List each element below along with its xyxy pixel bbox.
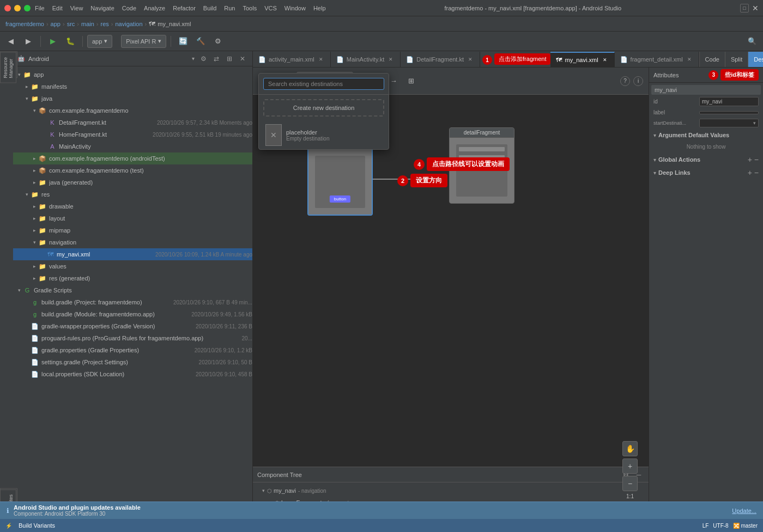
menu-navigate[interactable]: Navigate — [90, 5, 114, 11]
menu-bar[interactable]: File Edit View Navigate Code Analyze Ref… — [35, 5, 326, 11]
sidebar-sync-icon[interactable]: ⇄ — [211, 53, 222, 64]
project-tree[interactable]: ▾ 📁 app ▸ 📁 manifests ▾ 📁 java ▾ 📦 com.e… — [13, 66, 252, 532]
tree-item-androidtest[interactable]: ▸ 📦 com.example.fragamentdemo (androidTe… — [13, 152, 252, 164]
window-controls[interactable] — [4, 5, 31, 11]
section-global-add-btn[interactable]: + — [748, 155, 752, 164]
tab-mynavi[interactable]: 🗺 my_navi.xml ✕ — [550, 52, 614, 67]
section-deep-links[interactable]: ▾ Deep Links + − — [651, 166, 761, 179]
menu-view[interactable]: View — [70, 5, 83, 11]
tree-item-layout[interactable]: ▸ 📁 layout — [13, 212, 252, 224]
design-view-btn[interactable]: Design — [748, 52, 763, 67]
attr-label-value[interactable] — [699, 111, 759, 114]
tree-item-app[interactable]: ▾ 📁 app — [13, 69, 252, 81]
code-view-btn[interactable]: Code — [700, 52, 725, 67]
menu-window[interactable]: Window — [284, 5, 306, 11]
tree-item-proguard[interactable]: 📄 proguard-rules.pro (ProGuard Rules for… — [13, 332, 252, 344]
sidebar-gear-icon[interactable]: ⚙ — [198, 53, 209, 64]
close-button[interactable] — [4, 5, 11, 11]
tree-item-detailfragment[interactable]: K DetailFragment.kt 2020/10/26 9:57, 2.3… — [13, 117, 252, 129]
menu-help[interactable]: Help — [313, 5, 326, 11]
tree-item-mipmap[interactable]: ▸ 📁 mipmap — [13, 224, 252, 236]
tree-item-local-properties[interactable]: 📄 local.properties (SDK Location) 2020/1… — [13, 368, 252, 380]
menu-run[interactable]: Run — [224, 5, 235, 11]
update-link[interactable]: Update... — [732, 507, 756, 514]
resource-manager-tab[interactable]: Resource Manager — [0, 52, 16, 83]
tree-item-java-generated[interactable]: ▸ 📁 java (generated) — [13, 176, 252, 188]
create-destination-btn[interactable]: Create new destination — [263, 99, 384, 117]
section-deep-add-btn[interactable]: + — [748, 168, 752, 177]
build-btn[interactable]: 🔨 — [193, 34, 208, 49]
menu-vcs[interactable]: VCS — [264, 5, 277, 11]
tree-item-java[interactable]: ▾ 📁 java — [13, 93, 252, 105]
search-everywhere-btn[interactable]: 🔍 — [744, 34, 760, 49]
editor-tabs[interactable]: 📄 activity_main.xml ✕ 📄 MainActivity.kt … — [253, 51, 763, 68]
home-fragment-box[interactable]: homeFragment button — [307, 138, 373, 220]
tree-item-gradle-wrapper[interactable]: 📄 gradle-wrapper.properties (Gradle Vers… — [13, 320, 252, 332]
tree-item-homefragment[interactable]: K HomeFragment.kt 2020/10/26 9:55, 2.51 … — [13, 129, 252, 140]
tab-close-btn5[interactable]: ✕ — [686, 56, 693, 63]
breadcrumb-main[interactable]: main — [81, 21, 94, 27]
canvas-hand-btn[interactable]: ✋ — [622, 441, 638, 456]
tab-close-btn3[interactable]: ✕ — [467, 56, 474, 63]
tree-item-package[interactable]: ▾ 📦 com.example.fragamentdemo — [13, 105, 252, 117]
tree-item-values[interactable]: ▸ 📁 values — [13, 260, 252, 272]
ct-root[interactable]: ▾ ⬡ my_navi - navigation — [257, 485, 644, 497]
tab-close-btn4[interactable]: ✕ — [601, 56, 609, 64]
tab-activity-main[interactable]: 📄 activity_main.xml ✕ — [253, 52, 331, 67]
section-global-actions[interactable]: ▾ Global Actions + − — [651, 153, 761, 166]
attr-id-value[interactable]: my_navi — [699, 97, 759, 106]
sync-btn[interactable]: 🔄 — [175, 34, 191, 49]
tab-close-btn[interactable]: ✕ — [317, 56, 325, 63]
toolbar-run-btn[interactable]: ▶ — [45, 34, 60, 49]
breadcrumb-res[interactable]: res — [101, 21, 109, 27]
section-arg-default[interactable]: ▾ Argument Default Values — [651, 130, 761, 140]
close-btn[interactable]: ✕ — [752, 5, 759, 11]
menu-tools[interactable]: Tools — [243, 5, 257, 11]
breadcrumb-fragmentdemo[interactable]: fragmentdemo — [5, 21, 44, 27]
menu-edit[interactable]: Edit — [52, 5, 63, 11]
menu-code[interactable]: Code — [122, 5, 136, 11]
section-global-minus-btn[interactable]: − — [754, 155, 759, 164]
tab-fragment-detail[interactable]: 📄 fragment_detail.xml ✕ — [615, 52, 699, 67]
canvas-zoom-out-btn[interactable]: − — [622, 476, 638, 491]
menu-refactor[interactable]: Refactor — [173, 5, 196, 11]
tab-detailfragment[interactable]: 📄 DetailFragment.kt ✕ — [401, 52, 480, 67]
menu-file[interactable]: File — [35, 5, 45, 11]
hosts-expand-btn[interactable]: ⊞ — [403, 74, 419, 89]
toolbar-forward-btn[interactable]: ▶ — [21, 34, 36, 49]
section-deep-minus-btn[interactable]: − — [754, 168, 759, 177]
minimize-button[interactable] — [14, 5, 21, 11]
settings-btn[interactable]: ⚙ — [210, 34, 226, 49]
hosts-info-btn[interactable]: i — [633, 76, 643, 86]
tree-item-gradle-scripts[interactable]: ▾ G Gradle Scripts — [13, 284, 252, 296]
sidebar-close-icon[interactable]: ✕ — [237, 53, 248, 64]
menu-analyze[interactable]: Analyze — [144, 5, 165, 11]
toolbar-debug-btn[interactable]: 🐛 — [63, 34, 78, 49]
menu-build[interactable]: Build — [203, 5, 216, 11]
tree-item-build-gradle-project[interactable]: g build.gradle (Project: fragamentdemo) … — [13, 296, 252, 308]
maximize-button[interactable] — [24, 5, 31, 11]
tree-item-gradle-properties[interactable]: 📄 gradle.properties (Gradle Properties) … — [13, 344, 252, 356]
tab-mainactivity[interactable]: 📄 MainActivity.kt ✕ — [331, 52, 401, 67]
tree-item-manifests[interactable]: ▸ 📁 manifests — [13, 81, 252, 93]
tree-item-build-gradle-module[interactable]: g build.gradle (Module: fragamentdemo.ap… — [13, 308, 252, 320]
restore-button[interactable]: □ — [740, 4, 749, 13]
sidebar-settings-icon[interactable]: ⊞ — [224, 53, 235, 64]
tree-item-res-generated[interactable]: ▸ 📁 res (generated) — [13, 272, 252, 284]
tree-item-drawable[interactable]: ▸ 📁 drawable — [13, 200, 252, 212]
tree-item-mynavi[interactable]: 🗺 my_navi.xml 2020/10/26 10:09, 1.24 kB … — [13, 248, 252, 260]
breadcrumb-navigation[interactable]: navigation — [115, 21, 142, 27]
dropdown-search-container[interactable] — [259, 74, 389, 95]
hosts-question-btn[interactable]: ? — [620, 76, 630, 86]
tree-item-settings-gradle[interactable]: 📄 settings.gradle (Project Settings) 202… — [13, 356, 252, 368]
placeholder-destination-item[interactable]: placeholder Empty destination — [259, 121, 389, 149]
tree-item-navigation[interactable]: ▾ 📁 navigation — [13, 236, 252, 248]
tree-item-res[interactable]: ▾ 📁 res — [13, 188, 252, 200]
run-config-dropdown[interactable]: app ▾ — [87, 35, 112, 48]
breadcrumb-app[interactable]: app — [51, 21, 60, 27]
canvas-zoom-in-btn[interactable]: + — [622, 458, 638, 474]
breadcrumb-src[interactable]: src — [67, 21, 75, 27]
device-dropdown[interactable]: Pixel API R ▾ — [121, 35, 166, 48]
tree-item-mainactivity[interactable]: A MainActivity — [13, 140, 252, 152]
search-destinations-input[interactable] — [263, 78, 384, 90]
